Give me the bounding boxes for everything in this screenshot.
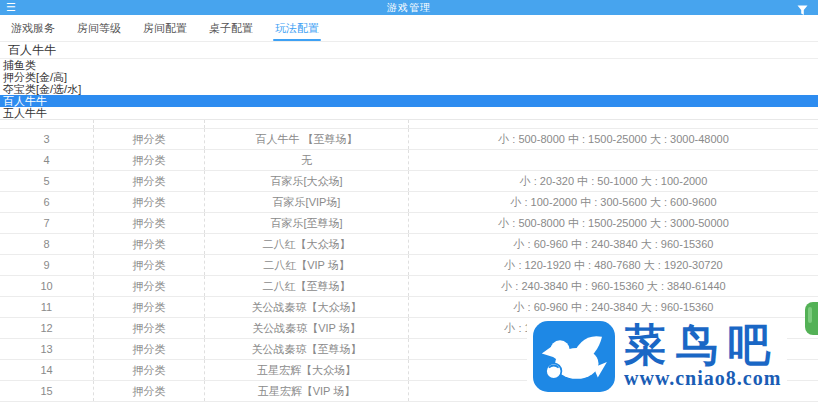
cell-bet-limits: 小 : 120-1920 中 : 480-7680 大 : 1920-30720 bbox=[409, 255, 818, 275]
cell-game-name: 百人牛牛 【至尊场】 bbox=[205, 129, 409, 149]
cell-bet-limits: 小 : 60-960 中 : 240-3840 大 : 960-15360 bbox=[409, 297, 818, 317]
cell-game-name: 关公战秦琼【至尊场】 bbox=[205, 339, 409, 359]
cell-game-name: 关公战秦琼【大众场】 bbox=[205, 297, 409, 317]
table-row[interactable]: 8 押分类 二八红【大众场】 小 : 60-960 中 : 240-3840 大… bbox=[0, 234, 818, 255]
table-row[interactable]: 7 押分类 百家乐[至尊场] 小 : 500-8000 中 : 1500-250… bbox=[0, 213, 818, 234]
table-row[interactable]: 5 押分类 百家乐[大众场] 小 : 20-320 中 : 50-1000 大 … bbox=[0, 171, 818, 192]
header-cell-game bbox=[205, 120, 409, 128]
cell-category: 押分类 bbox=[94, 255, 205, 275]
cell-category: 押分类 bbox=[94, 213, 205, 233]
cell-category: 押分类 bbox=[94, 381, 205, 401]
cell-game-name: 百家乐[VIP场] bbox=[205, 192, 409, 212]
cell-row-id: 7 bbox=[0, 213, 94, 233]
cell-game-name: 百家乐[大众场] bbox=[205, 171, 409, 191]
cell-row-id: 11 bbox=[0, 297, 94, 317]
mascot-icon[interactable] bbox=[805, 302, 818, 335]
cell-category: 押分类 bbox=[94, 276, 205, 296]
cell-game-name: 关公战秦琼【VIP 场】 bbox=[205, 318, 409, 338]
table-row[interactable]: 4 押分类 无 bbox=[0, 150, 818, 171]
cell-category: 押分类 bbox=[94, 360, 205, 380]
cell-category: 押分类 bbox=[94, 192, 205, 212]
topbar: ☰ 游戏管理 bbox=[0, 0, 818, 15]
game-admin-window: ☰ 游戏管理 游戏服务 房间等级 房间配置 桌子配置 玩法配置 百人牛牛 捕鱼类… bbox=[0, 0, 818, 405]
app-title: 游戏管理 bbox=[387, 1, 431, 15]
cell-category: 押分类 bbox=[94, 318, 205, 338]
cell-category: 押分类 bbox=[94, 171, 205, 191]
cell-bet-limits: 小 : 20-320 中 : 50-1000 大 : 100-2000 bbox=[409, 171, 818, 191]
cell-row-id: 15 bbox=[0, 381, 94, 401]
cell-category: 押分类 bbox=[94, 297, 205, 317]
cell-category: 押分类 bbox=[94, 129, 205, 149]
watermark-texts: 菜鸟吧 www.cniao8.com bbox=[624, 324, 781, 390]
cell-bet-limits: 小 : 240-3840 中 : 960-15360 大 : 3840-6144… bbox=[409, 276, 818, 296]
table-row[interactable]: 10 押分类 二八红【至尊场】 小 : 240-3840 中 : 960-153… bbox=[0, 276, 818, 297]
header-cell-id bbox=[0, 120, 94, 128]
cell-row-id: 4 bbox=[0, 150, 94, 170]
cell-row-id: 3 bbox=[0, 129, 94, 149]
table-row[interactable]: 11 押分类 关公战秦琼【大众场】 小 : 60-960 中 : 240-384… bbox=[0, 297, 818, 318]
dropdown-option-fishing[interactable]: 捕鱼类 bbox=[0, 59, 818, 71]
cell-game-name: 百家乐[至尊场] bbox=[205, 213, 409, 233]
watermark-url: www.cniao8.com bbox=[624, 367, 781, 390]
cell-row-id: 10 bbox=[0, 276, 94, 296]
header-cell-limits bbox=[409, 120, 818, 128]
cniao-bird-logo-icon bbox=[533, 321, 615, 392]
cell-row-id: 8 bbox=[0, 234, 94, 254]
dropdown-option-bairen-niuniu[interactable]: 百人牛牛 bbox=[0, 95, 818, 107]
cell-game-name: 二八红【VIP 场】 bbox=[205, 255, 409, 275]
dropdown-option-betting[interactable]: 押分类[金/高] bbox=[0, 71, 818, 83]
header-cell-category bbox=[94, 120, 205, 128]
cell-bet-limits: 小 : 500-8000 中 : 1500-25000 大 : 3000-500… bbox=[409, 213, 818, 233]
dropdown-option-wuren-niuniu[interactable]: 五人牛牛 bbox=[0, 107, 818, 119]
table-row[interactable]: 9 押分类 二八红【VIP 场】 小 : 120-1920 中 : 480-76… bbox=[0, 255, 818, 276]
cell-row-id: 13 bbox=[0, 339, 94, 359]
game-type-dropdown: 捕鱼类 押分类[金/高] 夺宝类[金/选/水] 百人牛牛 五人牛牛 bbox=[0, 59, 818, 119]
cell-row-id: 12 bbox=[0, 318, 94, 338]
tab-gameplay-config[interactable]: 玩法配置 bbox=[264, 15, 330, 41]
tab-room-level[interactable]: 房间等级 bbox=[66, 15, 132, 41]
cell-game-name: 二八红【至尊场】 bbox=[205, 276, 409, 296]
cell-game-name: 五星宏辉【VIP 场】 bbox=[205, 381, 409, 401]
cell-row-id: 9 bbox=[0, 255, 94, 275]
cell-row-id: 6 bbox=[0, 192, 94, 212]
tab-table-config[interactable]: 桌子配置 bbox=[198, 15, 264, 41]
cell-category: 押分类 bbox=[94, 150, 205, 170]
cell-row-id: 14 bbox=[0, 360, 94, 380]
tab-game-service[interactable]: 游戏服务 bbox=[0, 15, 66, 41]
tab-room-config[interactable]: 房间配置 bbox=[132, 15, 198, 41]
watermark: 菜鸟吧 www.cniao8.com bbox=[527, 318, 787, 396]
cell-bet-limits: 小 : 60-960 中 : 240-3840 大 : 960-15360 bbox=[409, 234, 818, 254]
table-row[interactable]: 6 押分类 百家乐[VIP场] 小 : 100-2000 中 : 300-560… bbox=[0, 192, 818, 213]
cell-category: 押分类 bbox=[94, 339, 205, 359]
table-header-row bbox=[0, 119, 818, 129]
current-selection-label[interactable]: 百人牛牛 bbox=[0, 42, 818, 59]
cell-game-name: 五星宏辉【大众场】 bbox=[205, 360, 409, 380]
cell-row-id: 5 bbox=[0, 171, 94, 191]
tab-bar: 游戏服务 房间等级 房间配置 桌子配置 玩法配置 bbox=[0, 15, 818, 42]
cell-bet-limits: 小 : 100-2000 中 : 300-5600 大 : 600-9600 bbox=[409, 192, 818, 212]
dropdown-option-treasure[interactable]: 夺宝类[金/选/水] bbox=[0, 83, 818, 95]
cell-bet-limits: 小 : 500-8000 中 : 1500-25000 大 : 3000-480… bbox=[409, 129, 818, 149]
cell-game-name: 无 bbox=[205, 150, 409, 170]
cell-game-name: 二八红【大众场】 bbox=[205, 234, 409, 254]
cell-category: 押分类 bbox=[94, 234, 205, 254]
hamburger-menu-icon[interactable]: ☰ bbox=[6, 2, 16, 13]
table-row[interactable]: 3 押分类 百人牛牛 【至尊场】 小 : 500-8000 中 : 1500-2… bbox=[0, 129, 818, 150]
watermark-name: 菜鸟吧 bbox=[624, 322, 780, 366]
cell-bet-limits bbox=[409, 150, 818, 170]
